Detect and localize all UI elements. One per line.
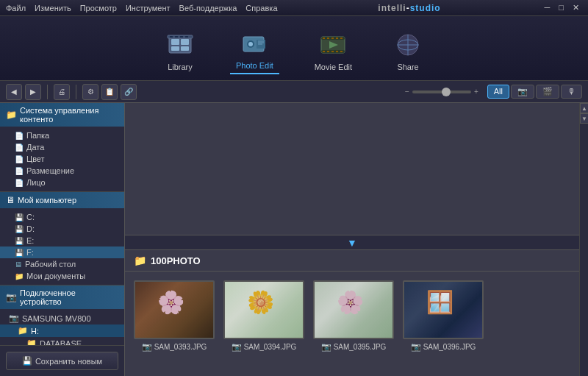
- scroll-down-arrow[interactable]: ▼: [580, 113, 588, 124]
- tree-item-e[interactable]: 💾 E:: [0, 235, 124, 246]
- view-all-button[interactable]: All: [487, 85, 509, 99]
- zoom-slider-thumb[interactable]: [442, 88, 451, 96]
- tool-1[interactable]: ⚙: [82, 84, 98, 100]
- svg-rect-9: [185, 36, 188, 38]
- date-icon: 📄: [15, 143, 24, 152]
- right-scrollbar[interactable]: ▲ ▼: [579, 103, 588, 376]
- database-item[interactable]: 📁 DATABASE: [0, 337, 124, 345]
- tree-item-color[interactable]: 📄 Цвет: [0, 153, 124, 165]
- view-audio-button[interactable]: 🎙: [561, 85, 582, 99]
- title-studio: studio: [410, 3, 441, 13]
- folder-icon: 📄: [15, 132, 24, 140]
- folder-name: 100PHOTO: [151, 255, 201, 266]
- svg-point-12: [248, 42, 253, 46]
- app-title: intelli-studio: [378, 3, 440, 13]
- camera-icon-4: 📷: [411, 342, 421, 352]
- splitter[interactable]: ▼: [125, 235, 579, 250]
- photo-name-3: 📷 SAM_0395.JPG: [321, 342, 387, 352]
- forward-button[interactable]: ▶: [25, 84, 41, 100]
- tree-item-label: C:: [26, 213, 35, 221]
- close-button[interactable]: ✕: [570, 3, 582, 13]
- cms-tree: 📄 Папка 📄 Дата 📄 Цвет 📄 Размещение 📄: [0, 127, 124, 191]
- tool-3[interactable]: 🔗: [121, 84, 137, 100]
- tree-item-label: Дата: [26, 143, 44, 152]
- lower-area: 📁 100PHOTO 📷 SAM_0393.JPG: [125, 250, 579, 376]
- menu-edit[interactable]: Изменить: [35, 4, 71, 13]
- tree-item-date[interactable]: 📄 Дата: [0, 141, 124, 153]
- photo-item-3[interactable]: 📷 SAM_0395.JPG: [313, 280, 394, 352]
- photo-thumb-3: [313, 280, 394, 339]
- menu-tools[interactable]: Инструмент: [126, 4, 171, 13]
- tree-item-label: D:: [26, 224, 35, 233]
- tree-item-desktop[interactable]: 🖥 Рабочий стол: [0, 258, 124, 270]
- tree-item-f[interactable]: 💾 F:: [0, 246, 124, 258]
- scroll-up-arrow[interactable]: ▲: [580, 103, 588, 113]
- back-button[interactable]: ◀: [6, 84, 22, 100]
- zoom-slider-track[interactable]: [412, 91, 471, 93]
- print-button[interactable]: 🖨: [54, 84, 70, 100]
- photo-filename-1: SAM_0393.JPG: [154, 343, 207, 351]
- zoom-slider-container: − +: [405, 88, 478, 96]
- menu-help[interactable]: Справка: [245, 4, 277, 13]
- photo-section: 📁 100PHOTO 📷 SAM_0393.JPG: [125, 250, 579, 376]
- cms-section-header[interactable]: 📁 Система управления контентo: [0, 103, 124, 127]
- device-name: SAMSUNG MV800: [22, 314, 91, 323]
- view-movie-button[interactable]: 🎬: [536, 85, 559, 99]
- svg-rect-23: [336, 38, 338, 39]
- menu-web[interactable]: Веб-поддержка: [179, 4, 237, 13]
- svg-rect-3: [171, 46, 179, 51]
- tree-item-folder[interactable]: 📄 Папка: [0, 130, 124, 141]
- zoom-minus[interactable]: −: [405, 88, 409, 96]
- nav-share[interactable]: Share: [387, 27, 429, 74]
- svg-rect-4: [181, 46, 189, 51]
- nav-toolbar: Library Photo Edit: [0, 16, 588, 81]
- drive-c-icon: 💾: [15, 213, 24, 221]
- photo-edit-icon: [240, 29, 269, 58]
- placement-icon: 📄: [15, 167, 24, 175]
- save-btn-area: 💾 Сохранить новым: [0, 345, 124, 376]
- svg-rect-8: [180, 36, 183, 38]
- camera-icon-2: 📷: [232, 342, 242, 352]
- toolbar-separator-1: [47, 85, 48, 99]
- nav-library[interactable]: Library: [159, 27, 201, 74]
- device-drive-item[interactable]: 📁 H:: [0, 324, 124, 337]
- tree-item-label: Мои документы: [26, 272, 85, 280]
- mypc-section-header[interactable]: 🖥 Мой компьютер: [0, 192, 124, 208]
- nav-library-label: Library: [168, 63, 193, 71]
- photo-item-4[interactable]: 📷 SAM_0396.JPG: [403, 280, 484, 352]
- minimize-button[interactable]: ─: [542, 3, 553, 13]
- maximize-button[interactable]: □: [556, 3, 567, 13]
- mypc-section-label: Мой компьютер: [18, 196, 76, 205]
- view-photo-button[interactable]: 📷: [511, 85, 534, 99]
- nav-photo-edit-label: Photo Edit: [236, 61, 273, 70]
- save-new-button[interactable]: 💾 Сохранить новым: [6, 352, 118, 370]
- save-label: Сохранить новым: [35, 357, 102, 366]
- photo-filename-3: SAM_0395.JPG: [334, 343, 387, 351]
- main-area: ▼ 📁 100PHOTO 📷 SAM_0393.JPG: [125, 103, 588, 376]
- color-icon: 📄: [15, 155, 24, 163]
- photo-thumb-2: [223, 280, 304, 339]
- svg-rect-26: [327, 51, 329, 52]
- view-buttons: All 📷 🎬 🎙: [487, 85, 582, 99]
- photo-item-2[interactable]: 📷 SAM_0394.JPG: [223, 280, 304, 352]
- connected-section-header[interactable]: 📷 Подключенное устройство: [0, 285, 124, 309]
- photo-item-1[interactable]: 📷 SAM_0393.JPG: [134, 280, 215, 352]
- device-icon: 📷: [9, 313, 19, 323]
- camera-icon-3: 📷: [321, 342, 331, 352]
- tree-item-docs[interactable]: 📁 Мои документы: [0, 270, 124, 282]
- zoom-plus[interactable]: +: [474, 88, 478, 96]
- device-item[interactable]: 📷 SAMSUNG MV800: [0, 312, 124, 324]
- tool-2[interactable]: 📋: [101, 84, 118, 100]
- menu-file[interactable]: Файл: [6, 4, 26, 13]
- nav-movie-edit[interactable]: Movie Edit: [309, 27, 358, 74]
- tree-item-placement[interactable]: 📄 Размещение: [0, 165, 124, 177]
- tree-item-d[interactable]: 💾 D:: [0, 223, 124, 235]
- main-content: ▼ 📁 100PHOTO 📷 SAM_0393.JPG: [125, 103, 579, 376]
- drive-d-icon: 💾: [15, 225, 24, 233]
- menu-view[interactable]: Просмотр: [80, 4, 117, 13]
- photo-name-2: 📷 SAM_0394.JPG: [232, 342, 297, 352]
- tree-item-face[interactable]: 📄 Лицо: [0, 177, 124, 188]
- nav-photo-edit[interactable]: Photo Edit: [230, 26, 279, 74]
- tree-item-c[interactable]: 💾 C:: [0, 211, 124, 223]
- drive-e-icon: 💾: [15, 237, 24, 245]
